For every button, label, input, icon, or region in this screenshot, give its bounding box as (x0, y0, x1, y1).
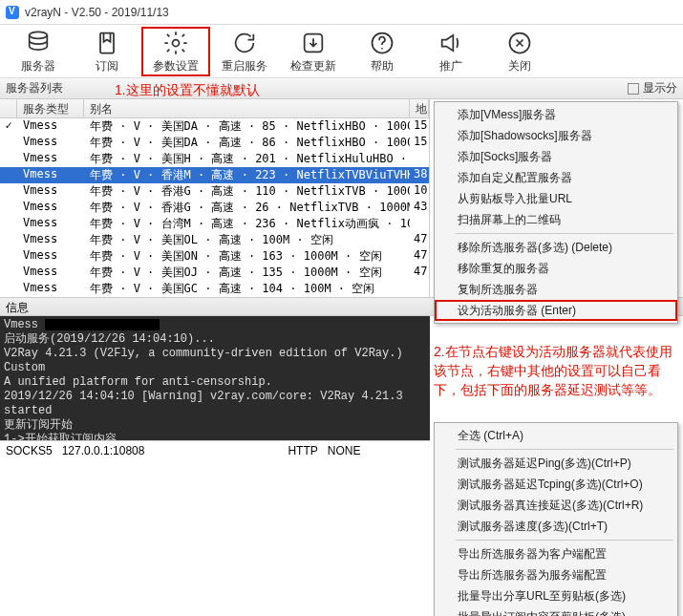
svg-point-2 (173, 39, 180, 46)
servers-button[interactable]: 服务器 (4, 27, 73, 76)
table-row[interactable]: Vmess年费 · V · 美国GC · 高速 · 104 · 100M · 空… (0, 281, 429, 297)
show-share-checkbox[interactable]: 显示分 (628, 80, 677, 96)
col-type[interactable]: 服务类型 (17, 99, 84, 117)
row-alias: 年费 · V · 美国OL · 高速 · 100M · 空闲 (84, 232, 410, 248)
subscribe-button[interactable]: 订阅 (73, 27, 141, 76)
row-addr: 38 (410, 167, 429, 183)
col-addr[interactable]: 地 (410, 99, 429, 117)
close-icon (506, 30, 533, 56)
row-addr: 47 (410, 248, 429, 265)
close-button[interactable]: 关闭 (485, 27, 554, 76)
server-grid: 服务类型 别名 地 ✓Vmess年费 · V · 美国DA · 高速 · 85 … (0, 99, 430, 297)
log-line: A unified platform for anti-censorship. (4, 375, 426, 390)
promote-label: 推广 (439, 58, 462, 74)
col-check[interactable] (0, 99, 17, 117)
grid-body: ✓Vmess年费 · V · 美国DA · 高速 · 85 · NetflixH… (0, 118, 429, 297)
row-type: Vmess (17, 216, 84, 232)
table-row[interactable]: Vmess年费 · V · 美国ON · 高速 · 163 · 1000M · … (0, 248, 429, 265)
bookmark-icon (94, 30, 120, 56)
settings-button[interactable]: 参数设置 (141, 27, 210, 76)
table-row[interactable]: Vmess年费 · V · 香港G · 高速 · 110 · NetflixTV… (0, 183, 429, 200)
table-row[interactable]: Vmess年费 · V · 美国OJ · 高速 · 135 · 1000M · … (0, 265, 429, 281)
log-line: 更新订阅开始 (4, 418, 426, 433)
menu-separator (456, 540, 673, 541)
window-title: v2rayN - V2.50 - 2019/11/13 (25, 6, 169, 19)
menu-item[interactable]: 测试服务器延迟Tcping(多选)(Ctrl+O) (435, 474, 677, 495)
row-check (0, 265, 17, 281)
row-check (0, 200, 17, 216)
row-addr: 47 (410, 232, 429, 248)
menu-item[interactable]: 扫描屏幕上的二维码 (435, 209, 677, 230)
row-alias: 年费 · V · 美国ON · 高速 · 163 · 1000M · 空闲 (84, 248, 410, 265)
server-list-title: 服务器列表 (6, 80, 63, 96)
socks-value: 127.0.0.1:10808 (62, 444, 145, 457)
log-console: Vmess 启动服务(2019/12/26 14:04:10)... V2Ray… (0, 316, 430, 440)
main-toolbar: 服务器 订阅 参数设置 重启服务 检查更新 帮助 推广 关闭 (0, 25, 683, 78)
menu-item[interactable]: 批量导出订阅内容至剪贴板(多选) (435, 606, 677, 616)
table-row[interactable]: Vmess年费 · V · 美国H · 高速 · 201 · NetflixHu… (0, 151, 429, 167)
col-alias[interactable]: 别名 (84, 99, 410, 117)
table-row[interactable]: Vmess年费 · V · 美国DA · 高速 · 86 · NetflixHB… (0, 135, 429, 151)
restart-label: 重启服务 (222, 58, 267, 74)
restart-button[interactable]: 重启服务 (210, 27, 279, 76)
row-alias: 年费 · V · 美国DA · 高速 · 85 · NetflixHBO · 1… (84, 118, 410, 135)
table-row[interactable]: Vmess年费 · V · 香港M · 高速 · 223 · NetflixTV… (0, 167, 429, 183)
settings-label: 参数设置 (153, 58, 199, 74)
log-line: 2019/12/26 14:04:10 [Warning] v2ray.com/… (4, 390, 426, 418)
menu-item[interactable]: 移除所选服务器(多选) (Delete) (435, 237, 677, 258)
log-line: 1->开始获取订阅内容 (4, 433, 426, 440)
menu-item[interactable]: 导出所选服务器为服务端配置 (435, 564, 677, 585)
table-row[interactable]: Vmess年费 · V · 香港G · 高速 · 26 · NetflixTVB… (0, 200, 429, 216)
row-type: Vmess (17, 151, 84, 167)
menu-item[interactable]: 设为活动服务器 (Enter) (435, 300, 677, 321)
row-type: Vmess (17, 200, 84, 216)
row-alias: 年费 · V · 美国GC · 高速 · 104 · 100M · 空闲 (84, 281, 410, 297)
menu-item[interactable]: 添加[VMess]服务器 (435, 104, 677, 125)
row-addr: 10 (410, 183, 429, 200)
row-type: Vmess (17, 232, 84, 248)
row-type: Vmess (17, 118, 84, 135)
http-label: HTTP (288, 444, 317, 457)
row-addr: 15 (410, 135, 429, 151)
help-button[interactable]: 帮助 (348, 27, 416, 76)
menu-item[interactable]: 添加自定义配置服务器 (435, 167, 677, 188)
menu-item[interactable]: 复制所选服务器 (435, 279, 677, 300)
svg-point-0 (30, 32, 48, 38)
window-titlebar: v2rayN - V2.50 - 2019/11/13 (0, 0, 683, 25)
table-row[interactable]: ✓Vmess年费 · V · 美国DA · 高速 · 85 · NetflixH… (0, 118, 429, 135)
row-check (0, 135, 17, 151)
menu-item[interactable]: 导出所选服务器为客户端配置 (435, 543, 677, 564)
menu-item[interactable]: 测试服务器真连接延迟(多选)(Ctrl+R) (435, 495, 677, 516)
context-menu-top: 添加[VMess]服务器添加[Shadowsocks]服务器添加[Socks]服… (434, 101, 678, 324)
annotation-2: 2.在节点右键设为活动服务器就代表使用该节点，右键中其他的设置可以自己看下，包括… (434, 342, 678, 399)
close-label: 关闭 (508, 58, 531, 74)
row-alias: 年费 · V · 香港G · 高速 · 26 · NetflixTVB · 10… (84, 200, 410, 216)
menu-separator (456, 449, 673, 450)
row-type: Vmess (17, 281, 84, 297)
menu-item[interactable]: 移除重复的服务器 (435, 258, 677, 279)
row-alias: 年费 · V · 香港M · 高速 · 223 · NetflixTVBViuT… (84, 167, 410, 183)
menu-item[interactable]: 从剪贴板导入批量URL (435, 188, 677, 209)
app-logo-icon (6, 6, 19, 19)
menu-item[interactable]: 添加[Socks]服务器 (435, 146, 677, 167)
update-button[interactable]: 检查更新 (279, 27, 348, 76)
menu-item[interactable]: 全选 (Ctrl+A) (435, 425, 677, 446)
table-row[interactable]: Vmess年费 · V · 美国OL · 高速 · 100M · 空闲47 (0, 232, 429, 248)
context-menu-bottom: 全选 (Ctrl+A)测试服务器延迟Ping(多选)(Ctrl+P)测试服务器延… (434, 422, 678, 616)
gear-icon (162, 30, 189, 56)
menu-item[interactable]: 测试服务器延迟Ping(多选)(Ctrl+P) (435, 453, 677, 474)
log-line: 启动服务(2019/12/26 14:04:10)... (4, 332, 426, 347)
menu-item[interactable]: 测试服务器速度(多选)(Ctrl+T) (435, 516, 677, 537)
table-row[interactable]: Vmess年费 · V · 台湾M · 高速 · 236 · Netflix动画… (0, 216, 429, 232)
log-line: V2Ray 4.21.3 (V2Fly, a community-driven … (4, 347, 426, 375)
annotation-1: 1.这里的设置不懂就默认 (115, 82, 260, 99)
row-type: Vmess (17, 265, 84, 281)
row-addr: 43 (410, 200, 429, 216)
row-check (0, 167, 17, 183)
menu-item[interactable]: 添加[Shadowsocks]服务器 (435, 125, 677, 146)
row-type: Vmess (17, 248, 84, 265)
promote-button[interactable]: 推广 (416, 27, 485, 76)
svg-rect-1 (100, 32, 114, 53)
row-alias: 年费 · V · 美国H · 高速 · 201 · NetflixHuluHBO… (84, 151, 410, 167)
menu-item[interactable]: 批量导出分享URL至剪贴板(多选) (435, 585, 677, 606)
